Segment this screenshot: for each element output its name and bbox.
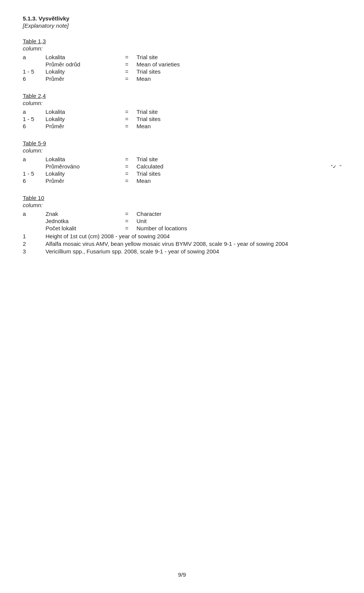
row-value: Trial site xyxy=(136,54,341,60)
page-number: 9/9 xyxy=(178,571,186,578)
table-13-column-label: column: xyxy=(23,45,341,52)
row-eq: = xyxy=(125,54,136,60)
row-term: Lokalita xyxy=(46,54,125,60)
table-row: a Znak = Character xyxy=(23,211,341,217)
table-13-label: Table 1,3 xyxy=(23,38,341,44)
section-title: 5.1.3. Vysvětlivky xyxy=(23,15,341,22)
row-term: Lokality xyxy=(46,68,125,75)
row-term: Průměr odrůd xyxy=(46,61,125,68)
table-row: Počet lokalit = Number of locations xyxy=(23,225,341,231)
row-eq: = xyxy=(125,218,136,224)
row-eq: = xyxy=(125,156,136,162)
table-row: 6 Průměr = Mean xyxy=(23,123,341,129)
row-eq: = xyxy=(125,116,136,122)
row-term: Lokalita xyxy=(46,156,125,162)
table-10-label: Table 10 xyxy=(23,195,341,201)
row-eq: = xyxy=(125,61,136,68)
table-row: Průměr odrůd = Mean of varieties xyxy=(23,61,341,68)
table-row: 1 - 5 Lokality = Trial sites xyxy=(23,170,341,177)
row-term: Průměrováno xyxy=(46,163,125,170)
row-left: 6 xyxy=(23,123,46,129)
table-59-label: Table 5-9 xyxy=(23,140,341,146)
table-row: Průměrováno = Calculated "✓ " xyxy=(23,163,341,170)
row-left: 1 - 5 xyxy=(23,116,46,122)
row-left: a xyxy=(23,156,46,162)
row-value: Trial sites xyxy=(136,170,341,177)
row-left: 6 xyxy=(23,76,46,82)
row-extra: "✓ " xyxy=(324,164,341,170)
row-eq: = xyxy=(125,68,136,75)
row-eq: = xyxy=(125,76,136,82)
row-value: Trial sites xyxy=(136,68,341,75)
table-10-block: Table 10 column: a Znak = Character Jedn… xyxy=(23,195,341,255)
row-left: a xyxy=(23,109,46,115)
row-eq: = xyxy=(125,225,136,231)
table-row: a Lokalita = Trial site xyxy=(23,156,341,162)
table-row: 1 - 5 Lokality = Trial sites xyxy=(23,116,341,122)
row-value: Trial sites xyxy=(136,116,341,122)
table-row: Jednotka = Unit xyxy=(23,218,341,224)
row-eq: = xyxy=(125,109,136,115)
table-row: 6 Průměr = Mean xyxy=(23,178,341,184)
row-text: Height of 1st cut (cm) 2008 - year of so… xyxy=(46,233,341,239)
explanatory-note: [Explanatory note] xyxy=(23,22,341,29)
row-term: Průměr xyxy=(46,123,125,129)
table-10-column-label: column: xyxy=(23,202,341,208)
numbered-row-3: 3 Vericillium spp., Fusarium spp. 2008, … xyxy=(23,248,341,255)
row-eq: = xyxy=(125,178,136,184)
row-number: 1 xyxy=(23,233,46,239)
row-value: Calculated xyxy=(136,163,309,170)
row-term: Počet lokalit xyxy=(46,225,125,231)
row-value: Character xyxy=(136,211,341,217)
table-59-block: Table 5-9 column: a Lokalita = Trial sit… xyxy=(23,140,341,184)
row-value: Mean of varieties xyxy=(136,61,341,68)
row-term: Lokality xyxy=(46,116,125,122)
table-24-column-label: column: xyxy=(23,100,341,106)
table-13-block: Table 1,3 column: a Lokalita = Trial sit… xyxy=(23,38,341,82)
row-term: Lokality xyxy=(46,170,125,177)
row-value: Unit xyxy=(136,218,341,224)
row-eq: = xyxy=(125,170,136,177)
table-24-label: Table 2,4 xyxy=(23,93,341,99)
numbered-row-2: 2 Alfalfa mosaic virus AMV, bean yellow … xyxy=(23,241,341,247)
row-term: Průměr xyxy=(46,76,125,82)
page-footer: 9/9 xyxy=(23,571,341,578)
table-24-block: Table 2,4 column: a Lokalita = Trial sit… xyxy=(23,93,341,129)
row-number: 2 xyxy=(23,241,46,247)
numbered-row-1: 1 Height of 1st cut (cm) 2008 - year of … xyxy=(23,233,341,239)
row-number: 3 xyxy=(23,248,46,255)
row-left: 1 - 5 xyxy=(23,170,46,177)
row-value: Mean xyxy=(136,76,341,82)
row-left: a xyxy=(23,211,46,217)
row-value: Trial site xyxy=(136,109,341,115)
table-row: 1 - 5 Lokality = Trial sites xyxy=(23,68,341,75)
row-value: Trial site xyxy=(136,156,341,162)
row-text: Vericillium spp., Fusarium spp. 2008, sc… xyxy=(46,248,341,255)
row-eq: = xyxy=(125,211,136,217)
table-59-column-label: column: xyxy=(23,147,341,154)
row-left: 6 xyxy=(23,178,46,184)
row-term: Znak xyxy=(46,211,125,217)
row-term: Jednotka xyxy=(46,218,125,224)
row-eq: = xyxy=(125,123,136,129)
row-left: a xyxy=(23,54,46,60)
table-row: a Lokalita = Trial site xyxy=(23,109,341,115)
row-value: Number of locations xyxy=(136,225,341,231)
row-value: Mean xyxy=(136,178,341,184)
table-row: a Lokalita = Trial site xyxy=(23,54,341,60)
row-eq: = xyxy=(125,163,136,170)
row-term: Průměr xyxy=(46,178,125,184)
row-text: Alfalfa mosaic virus AMV, bean yellow mo… xyxy=(46,241,341,247)
row-term: Lokalita xyxy=(46,109,125,115)
row-left: 1 - 5 xyxy=(23,68,46,75)
table-row: 6 Průměr = Mean xyxy=(23,76,341,82)
row-value: Mean xyxy=(136,123,341,129)
